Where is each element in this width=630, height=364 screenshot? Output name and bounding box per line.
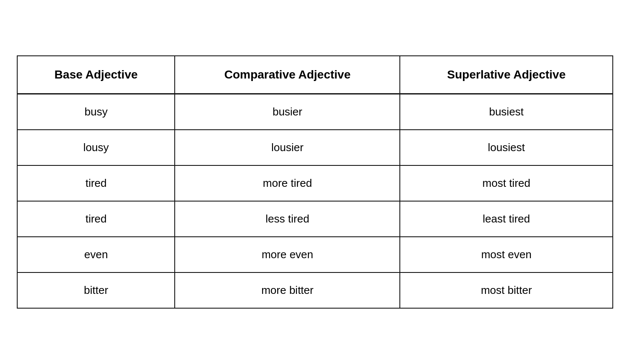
cell-comparative-1: lousier [175,130,400,165]
table-row: tiredmore tiredmost tired [17,165,613,201]
cell-comparative-4: more even [175,237,400,272]
table-row: bittermore bittermost bitter [17,272,613,308]
cell-base-3: tired [17,201,175,237]
table-row: tiredless tiredleast tired [17,201,613,237]
header-comparative-adjective: Comparative Adjective [175,56,400,94]
cell-comparative-2: more tired [175,165,400,201]
cell-superlative-0: busiest [400,94,613,130]
cell-comparative-5: more bitter [175,272,400,308]
cell-superlative-4: most even [400,237,613,272]
cell-base-4: even [17,237,175,272]
cell-base-2: tired [17,165,175,201]
header-base-adjective: Base Adjective [17,56,175,94]
cell-base-5: bitter [17,272,175,308]
table-row: busybusierbusiest [17,94,613,130]
cell-comparative-3: less tired [175,201,400,237]
table-row: evenmore evenmost even [17,237,613,272]
cell-base-0: busy [17,94,175,130]
table-row: lousylousierlousiest [17,130,613,165]
cell-superlative-5: most bitter [400,272,613,308]
cell-base-1: lousy [17,130,175,165]
cell-superlative-2: most tired [400,165,613,201]
cell-superlative-1: lousiest [400,130,613,165]
table-header-row: Base Adjective Comparative Adjective Sup… [17,56,613,94]
adjective-table-container: Base Adjective Comparative Adjective Sup… [17,55,613,309]
adjective-table: Base Adjective Comparative Adjective Sup… [17,55,613,309]
cell-superlative-3: least tired [400,201,613,237]
header-superlative-adjective: Superlative Adjective [400,56,613,94]
cell-comparative-0: busier [175,94,400,130]
